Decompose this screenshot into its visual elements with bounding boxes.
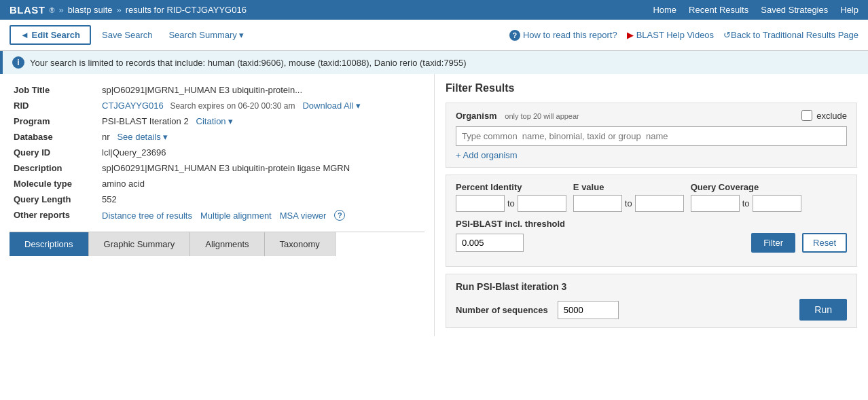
organism-label: Organism: [456, 111, 497, 121]
evalue-group: E value to: [573, 182, 684, 212]
program-value: PSI-BLAST Iteration 2: [102, 116, 189, 126]
query-id-label: Query ID: [10, 145, 98, 160]
database-value: nr: [102, 132, 110, 142]
top-bar-nav: Home Recent Results Saved Strategies Hel…: [653, 5, 858, 15]
description-label: Description: [10, 160, 98, 176]
tab-taxonomy[interactable]: Taxonomy: [265, 232, 336, 256]
rid-link[interactable]: CTJGAYYG016: [102, 101, 164, 111]
table-row: Query Length 552: [10, 192, 424, 207]
table-row: Description sp|O60291|MGRN1_HUMAN E3 ubi…: [10, 160, 424, 176]
evalue-to[interactable]: [635, 195, 684, 212]
sep1: »: [58, 5, 63, 15]
info-banner-text: Your search is limited to records that i…: [30, 58, 467, 68]
left-panel: Job Title sp|O60291|MGRN1_HUMAN E3 ubiqu…: [0, 74, 435, 336]
other-reports-help-icon[interactable]: ?: [334, 210, 345, 221]
filter-results-title: Filter Results: [446, 82, 857, 94]
see-details-link[interactable]: See details ▾: [117, 132, 168, 142]
to-label-qc: to: [742, 198, 750, 208]
add-organism-link[interactable]: + Add organism: [456, 150, 518, 160]
num-sequences-input[interactable]: [558, 301, 619, 319]
results-label: results for RID-CTJGAYYG016: [126, 5, 247, 15]
exclude-checkbox[interactable]: [801, 110, 812, 121]
nav-recent-results[interactable]: Recent Results: [689, 5, 748, 15]
run-button[interactable]: Run: [799, 299, 847, 321]
molecule-label: Molecule type: [10, 176, 98, 192]
how-to-read-link[interactable]: ? How to read this report?: [509, 30, 617, 41]
run-psi-row: Number of sequences Run: [456, 299, 847, 321]
percent-identity-group: Percent Identity to: [456, 182, 566, 212]
run-psi-title: Run PSI-Blast iteration 3: [456, 281, 847, 292]
tabs-bar: Descriptions Graphic Summary Alignments …: [10, 232, 424, 256]
organism-sublabel: only top 20 will appear: [505, 112, 579, 120]
job-table: Job Title sp|O60291|MGRN1_HUMAN E3 ubiqu…: [10, 82, 424, 223]
database-label: Database: [10, 129, 98, 145]
table-row: Molecule type amino acid: [10, 176, 424, 192]
exclude-label: exclude: [816, 111, 847, 121]
range-filter-row: Percent Identity to E value to: [456, 182, 847, 212]
rid-expires: Search expires on 06-20 00:30 am: [170, 101, 295, 111]
rid-label: RID: [10, 98, 98, 113]
evalue-from[interactable]: [573, 195, 622, 212]
citation-link[interactable]: Citation ▾: [196, 116, 234, 126]
table-row: RID CTJGAYYG016 Search expires on 06-20 …: [10, 98, 424, 113]
percent-identity-inputs: to: [456, 195, 566, 212]
query-coverage-inputs: to: [691, 195, 801, 212]
brand-blast: BLAST: [10, 4, 46, 16]
evalue-inputs: to: [573, 195, 684, 212]
tab-alignments[interactable]: Alignments: [190, 232, 264, 256]
table-row: Job Title sp|O60291|MGRN1_HUMAN E3 ubiqu…: [10, 82, 424, 98]
query-coverage-label: Query Coverage: [691, 182, 801, 192]
table-row: Database nr See details ▾: [10, 129, 424, 145]
top-bar-left: BLAST ® » blastp suite » results for RID…: [10, 4, 247, 16]
search-summary-link[interactable]: Search Summary ▾: [163, 26, 249, 43]
description-value: sp|O60291|MGRN1_HUMAN E3 ubiquitin-prote…: [98, 160, 424, 176]
run-psi-section: Run PSI-Blast iteration 3 Number of sequ…: [446, 274, 857, 328]
psi-threshold-input[interactable]: [456, 234, 524, 252]
other-reports-links: Distance tree of results Multiple alignm…: [102, 210, 420, 221]
to-label-ev: to: [625, 198, 632, 208]
distance-tree-link[interactable]: Distance tree of results: [102, 211, 192, 221]
action-bar-right: ? How to read this report? ▶ BLAST Help …: [509, 30, 858, 41]
nav-help[interactable]: Help: [840, 5, 858, 15]
edit-search-button[interactable]: ◄ Edit Search: [10, 25, 91, 45]
query-coverage-to[interactable]: [753, 195, 801, 212]
question-icon: ?: [509, 30, 520, 41]
table-row: Program PSI-BLAST Iteration 2 Citation ▾: [10, 113, 424, 129]
query-id-value: lcl|Query_23696: [98, 145, 424, 160]
percent-identity-from[interactable]: [456, 195, 505, 212]
program-cell: PSI-BLAST Iteration 2 Citation ▾: [98, 113, 424, 129]
action-bar: ◄ Edit Search Save Search Search Summary…: [0, 20, 868, 51]
nav-saved-strategies[interactable]: Saved Strategies: [761, 5, 828, 15]
video-icon: ▶: [627, 30, 634, 40]
blast-help-link[interactable]: ▶ BLAST Help Videos: [627, 30, 714, 40]
other-reports-cell: Distance tree of results Multiple alignm…: [98, 207, 424, 223]
nav-home[interactable]: Home: [653, 5, 676, 15]
download-all-link[interactable]: Download All ▾: [302, 101, 361, 111]
other-reports-label: Other reports: [10, 207, 98, 223]
organism-filter-section: Organism only top 20 will appear exclude…: [446, 103, 857, 168]
multiple-alignment-link[interactable]: Multiple alignment: [200, 211, 272, 221]
percent-identity-to[interactable]: [518, 195, 566, 212]
job-title-label: Job Title: [10, 82, 98, 98]
info-icon: i: [12, 56, 24, 69]
query-length-label: Query Length: [10, 192, 98, 207]
tab-graphic-summary[interactable]: Graphic Summary: [89, 232, 191, 256]
query-length-value: 552: [98, 192, 424, 207]
info-banner: i Your search is limited to records that…: [0, 51, 868, 74]
query-coverage-from[interactable]: [691, 195, 740, 212]
back-traditional-link[interactable]: ↺Back to Traditional Results Page: [723, 30, 858, 40]
num-sequences-label: Number of sequences: [456, 305, 548, 315]
sep2: »: [116, 5, 121, 15]
organism-input[interactable]: [456, 126, 847, 146]
reset-button[interactable]: Reset: [802, 233, 847, 253]
top-bar: BLAST ® » blastp suite » results for RID…: [0, 0, 868, 20]
msa-viewer-link[interactable]: MSA viewer: [280, 211, 327, 221]
database-cell: nr See details ▾: [98, 129, 424, 145]
save-search-link[interactable]: Save Search: [96, 26, 158, 43]
evalue-label: E value: [573, 182, 684, 192]
tab-descriptions[interactable]: Descriptions: [10, 232, 89, 256]
psi-label: PSI-BLAST incl. threshold: [456, 219, 847, 229]
rid-cell: CTJGAYYG016 Search expires on 06-20 00:3…: [98, 98, 424, 113]
filter-button[interactable]: Filter: [751, 233, 795, 253]
range-filters-section: Percent Identity to E value to: [446, 175, 857, 267]
